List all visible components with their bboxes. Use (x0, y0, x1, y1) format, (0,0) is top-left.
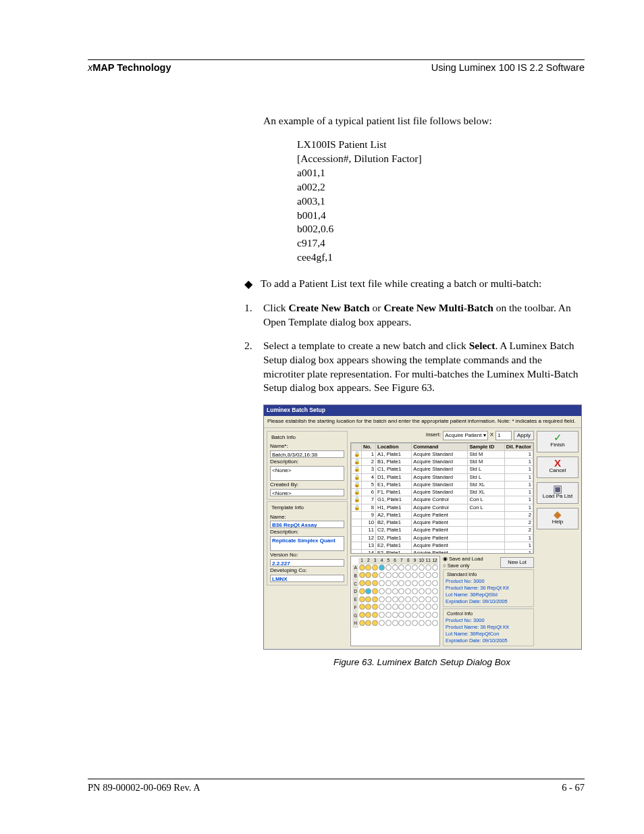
dialog-instruction: Please establish the starting location f… (264, 416, 581, 428)
command-grid[interactable]: No.LocationCommandSample IDDil. Factor🔒1… (350, 442, 534, 554)
batch-info-group: Batch Info Name*: Batch,8/3/02,16:38 Des… (267, 431, 348, 500)
batch-name-input[interactable]: Batch,8/3/02,16:38 (270, 450, 344, 458)
footer-right: 6 - 67 (562, 782, 585, 793)
diamond-icon: ◆ (244, 277, 252, 292)
step-text: Select a template to create a new batch … (263, 339, 581, 396)
header-bold: MAP Technology (92, 62, 171, 73)
finish-button[interactable]: ✓Finish (537, 431, 579, 452)
template-info-group: Template Info Name: B36 RepQt Assay Desc… (267, 501, 348, 585)
header-right: Using Luminex 100 IS 2.2 Software (431, 62, 585, 74)
new-lot-button[interactable]: New Lot (500, 557, 534, 568)
bullet-item: ◆ To add a Patient List text file while … (244, 277, 581, 292)
control-info: Control Info Product No: 3000Product Nam… (443, 608, 534, 646)
intro-text: An example of a typical patient list fil… (263, 114, 581, 128)
figure-caption: Figure 63. Luminex Batch Setup Dialog Bo… (263, 656, 581, 669)
template-name: B36 RepQt Assay (270, 521, 344, 528)
batch-desc-input[interactable]: <None> (270, 466, 344, 481)
footer-left: PN 89-00002-00-069 Rev. A (88, 782, 200, 793)
load-pa-list-button[interactable]: ▣Load Pa List (537, 482, 579, 504)
insert-count-input[interactable]: 1 (495, 431, 512, 440)
template-desc: Replicate Simplex Quant (270, 536, 344, 551)
dialog-title: Luminex Batch Setup (264, 405, 581, 415)
plate-map[interactable]: 123456789101112ABCDEFGH (350, 556, 440, 646)
bullet-text: To add a Patient List text file while cr… (261, 277, 541, 292)
patient-list-file: LX100IS Patient List[Accession#, Dilutio… (297, 138, 585, 265)
page-header: xMAP Technology Using Luminex 100 IS 2.2… (88, 62, 585, 74)
step-number: 2. (244, 339, 263, 396)
step-text: Click Create New Batch or Create New Mul… (263, 301, 581, 330)
insert-select[interactable]: Acquire Patient ▾ (443, 431, 488, 440)
insert-bar: Insert: Acquire Patient ▾ X 1 Apply (350, 431, 534, 440)
template-dev: LMNX (270, 575, 344, 582)
header-left: xMAP Technology (88, 62, 171, 74)
step-2: 2. Select a template to create a new bat… (244, 339, 581, 396)
apply-button[interactable]: Apply (514, 431, 534, 440)
cancel-button[interactable]: XCancel (537, 457, 579, 478)
step-1: 1. Click Create New Batch or Create New … (244, 301, 581, 330)
page-footer: PN 89-00002-00-069 Rev. A 6 - 67 (88, 779, 585, 793)
batch-setup-dialog: Luminex Batch Setup Please establish the… (263, 405, 582, 649)
step-number: 1. (244, 301, 263, 330)
template-version: 2.2.227 (270, 559, 344, 567)
help-button[interactable]: ◆Help (537, 508, 579, 529)
standard-info: Standard Info Product No: 3000Product Na… (443, 569, 534, 607)
created-by-input[interactable]: <None> (270, 489, 344, 496)
